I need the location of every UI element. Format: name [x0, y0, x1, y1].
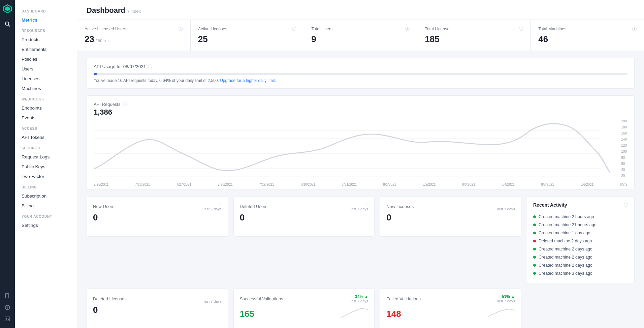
activity-text-7: Created machine 3 days ago: [539, 271, 592, 276]
question-icon[interactable]: ?: [4, 304, 11, 311]
metric-label-successful-validations: Successful Validations: [240, 296, 283, 301]
api-requests-chart-svg: [94, 119, 627, 180]
activity-item-4: Created machine 2 days ago: [533, 245, 628, 253]
stat-value-0: 23 / 50 limit: [85, 34, 183, 44]
content-area: API Usage for 08/07/2021 ⓘ You've made 1…: [77, 51, 644, 328]
activity-item-0: Created machine 2 hours ago: [533, 213, 628, 221]
bottom-row-1: New Users -- last 7 days 0 Deleted Users…: [87, 196, 635, 283]
sparkline-successful: [341, 306, 368, 319]
main-content: Dashboard / index Active Licensed Users …: [77, 0, 644, 328]
metric-label-failed-validations: Failed Validations: [386, 296, 421, 301]
metric-label-new-users: New Users: [93, 204, 115, 209]
metric-value-deleted-users: 0: [240, 212, 368, 223]
metric-value-deleted-licenses: 0: [93, 305, 222, 315]
api-usage-section: API Usage for 08/07/2021 ⓘ You've made 1…: [87, 58, 635, 89]
activity-dot-6: [533, 264, 536, 267]
bottom-row-2: Deleted Licenses -- last 7 days 0 Succes…: [87, 289, 635, 328]
terminal-icon[interactable]: [4, 315, 11, 323]
activity-dot-2: [533, 232, 536, 234]
stat-value-3: 185: [425, 34, 523, 44]
breadcrumb: / index: [128, 9, 141, 14]
activity-item-1: Created machine 21 hours ago: [533, 221, 628, 229]
sidebar-item-two-factor[interactable]: Two-Factor: [15, 172, 77, 181]
api-upgrade-link[interactable]: Upgrade for a higher daily limit.: [220, 78, 276, 83]
sidebar-item-subscription[interactable]: Subscription: [15, 191, 77, 201]
stat-label-4: Total Machines: [538, 27, 566, 31]
metric-value-new-licenses: 0: [386, 212, 515, 223]
stat-active-licensed-users: Active Licensed Users ⓘ 23 / 50 limit: [77, 20, 191, 51]
metric-period-new-licenses: last 7 days: [497, 207, 515, 211]
info-icon-0[interactable]: ⓘ: [179, 26, 183, 32]
activity-text-2: Created machine 1 day ago: [539, 231, 590, 235]
info-icon-3[interactable]: ⓘ: [519, 26, 523, 32]
sidebar-section-dashboard: DASHBOARD: [15, 5, 77, 15]
icon-bar: ?: [0, 0, 15, 328]
api-usage-title: API Usage for 08/07/2021: [94, 64, 146, 69]
recent-activity-card: Recent Activity ⓘ Created machine 2 hour…: [527, 196, 635, 283]
activity-item-3: Deleted machine 2 days ago: [533, 237, 628, 245]
stat-active-licenses: Active Licenses ⓘ 25: [191, 20, 304, 51]
sidebar-section-billing: BILLING: [15, 181, 77, 191]
chart-info-icon[interactable]: ⓘ: [123, 101, 127, 107]
metric-new-licenses: New Licenses -- last 7 days 0: [380, 196, 521, 237]
info-icon-2[interactable]: ⓘ: [405, 26, 410, 32]
metric-failed-validations: Failed Validations 51% ▲ last 7 days 148: [380, 289, 521, 328]
activity-text-1: Created machine 21 hours ago: [539, 222, 597, 227]
document-icon[interactable]: [4, 292, 11, 300]
metric-value-new-users: 0: [93, 212, 222, 223]
sidebar-item-events[interactable]: Events: [15, 113, 77, 123]
sidebar-item-metrics[interactable]: Metrics: [15, 15, 77, 25]
metric-dash-new-licenses: --: [512, 202, 515, 207]
metric-label-new-licenses: New Licenses: [386, 204, 414, 209]
sidebar-item-entitlements[interactable]: Entitlements: [15, 44, 77, 54]
metric-value-successful-validations: 165: [240, 309, 254, 319]
metric-period-failed-validations: last 7 days: [497, 299, 515, 303]
activity-text-0: Created machine 2 hours ago: [539, 214, 594, 219]
activity-dot-7: [533, 272, 536, 275]
sidebar-item-api-tokens[interactable]: API Tokens: [15, 132, 77, 142]
stat-value-1: 25: [198, 34, 296, 44]
activity-dot-4: [533, 248, 536, 250]
metric-label-deleted-licenses: Deleted Licenses: [93, 296, 127, 301]
stat-label-3: Total Licenses: [425, 27, 451, 31]
stat-total-licenses: Total Licenses ⓘ 185: [417, 20, 531, 51]
activity-text-3: Deleted machine 2 days ago: [539, 239, 592, 243]
metric-period-deleted-users: last 7 days: [351, 207, 368, 211]
metric-dash-deleted-licenses: --: [219, 294, 222, 299]
api-usage-progress-fill: [94, 73, 97, 75]
sidebar-item-public-keys[interactable]: Public Keys: [15, 162, 77, 172]
metric-deleted-licenses: Deleted Licenses -- last 7 days 0: [87, 289, 228, 328]
sidebar-item-policies[interactable]: Policies: [15, 54, 77, 64]
api-usage-info-icon[interactable]: ⓘ: [148, 63, 152, 69]
activity-header: Recent Activity ⓘ: [533, 202, 628, 208]
sidebar-item-products[interactable]: Products: [15, 35, 77, 44]
sidebar-section-access: ACCESS: [15, 123, 77, 132]
sidebar-item-machines[interactable]: Machines: [15, 84, 77, 93]
chart-value: 1,386: [94, 108, 627, 117]
search-icon[interactable]: [4, 20, 11, 28]
activity-item-2: Created machine 1 day ago: [533, 229, 628, 237]
sidebar-item-settings[interactable]: Settings: [15, 220, 77, 230]
metric-period-deleted-licenses: last 7 days: [204, 299, 222, 303]
sidebar-item-billing[interactable]: Billing: [15, 201, 77, 211]
svg-marker-1: [5, 6, 10, 11]
activity-info-icon[interactable]: ⓘ: [624, 202, 628, 208]
sidebar-item-licenses[interactable]: Licenses: [15, 74, 77, 84]
activity-text-6: Created machine 2 days ago: [539, 263, 592, 268]
activity-item-5: Created machine 2 days ago: [533, 253, 628, 261]
activity-item-7: Created machine 3 days ago: [533, 269, 628, 277]
api-usage-header: API Usage for 08/07/2021 ⓘ: [94, 63, 627, 69]
stats-row: Active Licensed Users ⓘ 23 / 50 limit Ac…: [77, 20, 644, 51]
metric-period-successful-validations: last 7 days: [351, 299, 368, 303]
page-header: Dashboard / index: [77, 0, 644, 20]
info-icon-4[interactable]: ⓘ: [632, 26, 637, 32]
stat-sublabel-0: / 50 limit: [96, 38, 111, 43]
sidebar-item-endpoints[interactable]: Endpoints: [15, 103, 77, 113]
metric-dash-new-users: --: [219, 202, 222, 207]
sidebar-item-users[interactable]: Users: [15, 64, 77, 74]
chart-header: API Requests ⓘ: [94, 101, 627, 107]
sidebar-item-request-logs[interactable]: Request Logs: [15, 152, 77, 162]
activity-title: Recent Activity: [533, 202, 567, 208]
logo[interactable]: [3, 4, 12, 15]
info-icon-1[interactable]: ⓘ: [292, 26, 296, 32]
